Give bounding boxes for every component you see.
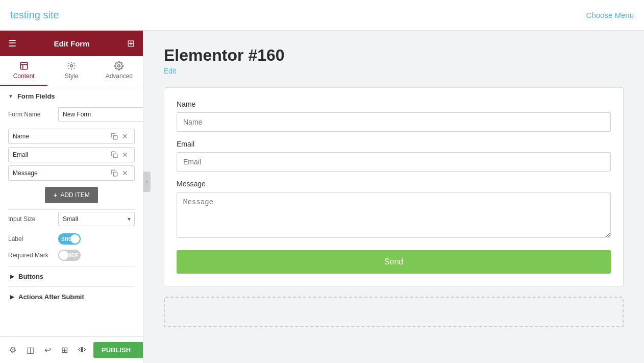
- field-message-label: Message: [13, 170, 109, 177]
- form-name-field-group: Name: [177, 100, 611, 132]
- dashed-drop-zone: [164, 297, 624, 327]
- top-bar-left: testing site: [10, 9, 586, 21]
- duplicate-email-button[interactable]: [109, 151, 120, 158]
- form-name-field-input[interactable]: [177, 112, 611, 132]
- eye-button[interactable]: 👁: [75, 344, 89, 357]
- tab-advanced[interactable]: Advanced: [95, 56, 143, 86]
- required-mark-toggle-row: Required Mark HIDE: [8, 250, 135, 261]
- label-toggle-row: Label SHOW: [8, 233, 135, 245]
- plus-icon: +: [53, 191, 57, 199]
- navigator-button[interactable]: ⊞: [58, 343, 71, 357]
- tab-content[interactable]: Content: [0, 56, 47, 86]
- sidebar: ☰ Edit Form ⊞ Content Style: [0, 31, 143, 363]
- required-mark-toggle-text: HIDE: [66, 253, 79, 258]
- sidebar-tabs: Content Style Advanced: [0, 56, 143, 86]
- field-items-list: Name ✕ Email ✕: [8, 129, 135, 181]
- tab-content-label: Content: [13, 72, 35, 80]
- canvas-area: Elementor #160 Edit Name Email Message S…: [143, 31, 644, 363]
- buttons-section-header[interactable]: ▶ Buttons: [8, 273, 135, 280]
- sidebar-header-title: Edit Form: [54, 39, 90, 48]
- choose-menu-button[interactable]: Choose Menu: [586, 11, 634, 19]
- form-email-field-group: Email: [177, 140, 611, 172]
- label-toggle-switch[interactable]: SHOW: [58, 233, 81, 245]
- collapse-handle[interactable]: ‹: [143, 172, 151, 192]
- label-toggle-thumb: [70, 234, 80, 244]
- actions-title: Actions After Submit: [18, 293, 84, 301]
- form-email-field-input[interactable]: [177, 152, 611, 172]
- tab-style[interactable]: Style: [47, 56, 95, 86]
- delete-name-button[interactable]: ✕: [120, 132, 130, 140]
- add-item-row: + ADD ITEM: [8, 187, 135, 203]
- add-item-label: ADD ITEM: [60, 191, 89, 199]
- label-toggle-track[interactable]: SHOW: [58, 233, 81, 245]
- svg-point-1: [70, 65, 73, 67]
- form-email-field-label: Email: [177, 140, 611, 148]
- layers-button[interactable]: ◫: [23, 343, 37, 357]
- actions-section-header[interactable]: ▶ Actions After Submit: [8, 293, 135, 301]
- required-mark-toggle-switch[interactable]: HIDE: [58, 250, 81, 261]
- required-mark-label: Required Mark: [8, 252, 54, 259]
- svg-rect-5: [113, 172, 117, 176]
- form-name-field-label: Name: [177, 100, 611, 108]
- input-size-select[interactable]: Small Medium Large: [58, 212, 135, 226]
- form-name-row: Form Name: [8, 107, 135, 122]
- field-name-label: Name: [13, 133, 109, 140]
- publish-arrow-button[interactable]: ▲: [139, 342, 143, 358]
- label-toggle-label: Label: [8, 235, 54, 243]
- delete-email-button[interactable]: ✕: [120, 151, 130, 159]
- top-bar: testing site Choose Menu: [0, 0, 644, 31]
- sidebar-footer: ⚙ ◫ ↩ ⊞ 👁 PUBLISH ▲: [0, 336, 143, 363]
- sidebar-header: ☰ Edit Form ⊞: [0, 31, 143, 56]
- form-preview: Name Email Message Send: [164, 87, 624, 286]
- form-message-field-group: Message: [177, 180, 611, 240]
- grid-icon[interactable]: ⊞: [127, 38, 135, 49]
- svg-rect-4: [113, 154, 117, 158]
- duplicate-name-button[interactable]: [109, 133, 120, 140]
- settings-button[interactable]: ⚙: [6, 343, 19, 357]
- input-size-select-wrapper: Small Medium Large: [58, 212, 135, 226]
- add-item-button[interactable]: + ADD ITEM: [45, 187, 98, 203]
- page-title: Elementor #160: [164, 46, 624, 65]
- field-item-email: Email ✕: [8, 147, 135, 162]
- field-item-message: Message ✕: [8, 165, 135, 181]
- tab-advanced-label: Advanced: [106, 72, 133, 80]
- sidebar-content-area: ▼ Form Fields Form Name Name ✕: [0, 86, 143, 336]
- delete-message-button[interactable]: ✕: [120, 169, 130, 177]
- publish-button[interactable]: PUBLISH: [93, 342, 139, 358]
- input-size-label: Input Size: [8, 215, 54, 223]
- undo-button[interactable]: ↩: [41, 343, 54, 357]
- publish-group: PUBLISH ▲: [93, 342, 143, 358]
- edit-link[interactable]: Edit: [164, 67, 624, 75]
- form-name-label: Form Name: [8, 111, 54, 118]
- main-layout: ☰ Edit Form ⊞ Content Style: [0, 31, 644, 363]
- form-fields-arrow: ▼: [8, 93, 13, 99]
- field-email-label: Email: [13, 151, 109, 158]
- input-size-row: Input Size Small Medium Large: [8, 212, 135, 226]
- form-message-field-textarea[interactable]: [177, 192, 611, 238]
- form-fields-section-header[interactable]: ▼ Form Fields: [8, 92, 135, 100]
- required-mark-toggle-track[interactable]: HIDE: [58, 250, 81, 261]
- form-fields-title: Form Fields: [17, 92, 55, 100]
- buttons-arrow: ▶: [10, 274, 14, 279]
- send-button[interactable]: Send: [177, 250, 611, 274]
- form-name-input[interactable]: [58, 107, 143, 122]
- svg-rect-0: [20, 62, 28, 69]
- form-message-field-label: Message: [177, 180, 611, 188]
- buttons-title: Buttons: [18, 273, 43, 280]
- svg-point-2: [118, 65, 120, 67]
- site-title[interactable]: testing site: [10, 9, 59, 21]
- actions-section: ▶ Actions After Submit: [8, 286, 135, 307]
- actions-arrow: ▶: [10, 294, 14, 300]
- tab-style-label: Style: [65, 72, 79, 80]
- field-item-name: Name ✕: [8, 129, 135, 144]
- buttons-section: ▶ Buttons: [8, 266, 135, 286]
- svg-rect-3: [113, 135, 117, 139]
- hamburger-icon[interactable]: ☰: [8, 38, 16, 49]
- duplicate-message-button[interactable]: [109, 170, 120, 177]
